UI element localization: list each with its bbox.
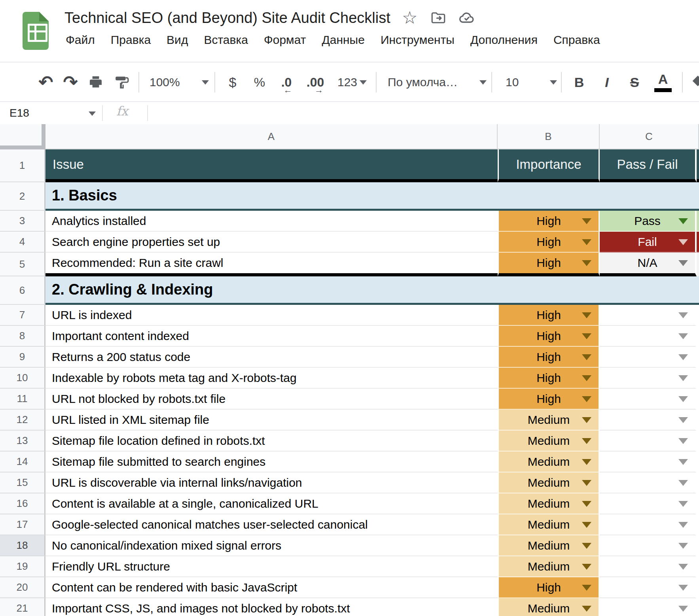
header-cell-issue[interactable]: Issue xyxy=(45,149,498,182)
issue-cell[interactable]: Content is available at a single, canoni… xyxy=(45,493,498,514)
row-header-5[interactable]: 5 xyxy=(0,253,45,276)
dropdown-arrow-icon[interactable] xyxy=(678,585,688,591)
dropdown-arrow-icon[interactable] xyxy=(582,260,591,266)
importance-dropdown[interactable]: Medium xyxy=(498,493,600,514)
row-header-14[interactable]: 14 xyxy=(0,452,45,472)
header-cell-importance[interactable]: Importance xyxy=(498,149,600,182)
row-header-11[interactable]: 11 xyxy=(0,389,45,410)
dropdown-arrow-icon[interactable] xyxy=(678,260,688,266)
status-dropdown[interactable] xyxy=(600,368,697,389)
status-dropdown[interactable]: N/A xyxy=(600,253,697,276)
issue-cell[interactable]: Google-selected canonical matches user-s… xyxy=(45,514,498,535)
dropdown-arrow-icon[interactable] xyxy=(582,333,591,339)
dropdown-arrow-icon[interactable] xyxy=(678,333,688,339)
redo-button[interactable]: ↷ xyxy=(59,71,81,93)
status-dropdown[interactable] xyxy=(600,410,697,431)
dropdown-arrow-icon[interactable] xyxy=(678,606,688,612)
issue-cell[interactable]: Content can be rendered with basic JavaS… xyxy=(45,577,498,598)
dropdown-arrow-icon[interactable] xyxy=(582,480,591,486)
menu-item-1[interactable]: Файл xyxy=(66,33,95,47)
importance-dropdown[interactable]: High xyxy=(498,211,600,232)
status-dropdown[interactable] xyxy=(600,431,697,452)
select-all-corner[interactable] xyxy=(0,124,45,149)
dropdown-arrow-icon[interactable] xyxy=(582,543,591,549)
issue-cell[interactable]: Indexable by robots meta tag and X-robot… xyxy=(45,368,498,389)
document-title[interactable]: Technical SEO (and Beyond) Site Audit Ch… xyxy=(64,9,390,26)
dropdown-arrow-icon[interactable] xyxy=(582,438,591,444)
status-dropdown[interactable] xyxy=(600,514,697,535)
status-dropdown[interactable] xyxy=(600,389,697,410)
importance-dropdown[interactable]: Medium xyxy=(498,431,600,452)
importance-dropdown[interactable]: High xyxy=(498,253,600,276)
issue-cell[interactable]: Returns a 200 status code xyxy=(45,347,498,368)
row-header-6[interactable]: 6 xyxy=(0,276,45,305)
dropdown-arrow-icon[interactable] xyxy=(582,396,591,402)
importance-dropdown[interactable]: High xyxy=(498,389,600,410)
menu-item-2[interactable]: Правка xyxy=(111,33,151,47)
menu-item-7[interactable]: Инструменты xyxy=(381,33,455,47)
menu-item-6[interactable]: Данные xyxy=(322,33,364,47)
status-dropdown[interactable] xyxy=(600,472,697,493)
issue-cell[interactable]: Analytics installed xyxy=(45,211,498,232)
more-formats-button[interactable]: 123 xyxy=(333,71,371,93)
dropdown-arrow-icon[interactable] xyxy=(582,606,591,612)
status-dropdown[interactable] xyxy=(600,598,697,616)
row-header-12[interactable]: 12 xyxy=(0,410,45,431)
issue-cell[interactable]: No canonical/indexation mixed signal err… xyxy=(45,535,498,556)
zoom-select[interactable]: 100% xyxy=(146,71,213,93)
italic-button[interactable]: I xyxy=(596,71,618,93)
print-button[interactable] xyxy=(85,71,107,93)
importance-dropdown[interactable]: Medium xyxy=(498,410,600,431)
status-dropdown[interactable] xyxy=(600,577,697,598)
issue-cell[interactable]: Sitemap file submitted to search engines xyxy=(45,452,498,472)
importance-dropdown[interactable]: Medium xyxy=(498,472,600,493)
importance-dropdown[interactable]: High xyxy=(498,305,600,326)
bold-button[interactable]: B xyxy=(568,71,590,93)
menu-item-8[interactable]: Дополнения xyxy=(470,33,538,47)
dropdown-arrow-icon[interactable] xyxy=(678,522,688,528)
row-header-16[interactable]: 16 xyxy=(0,493,45,514)
importance-dropdown[interactable]: Medium xyxy=(498,535,600,556)
row-header-13[interactable]: 13 xyxy=(0,431,45,452)
dropdown-arrow-icon[interactable] xyxy=(678,354,688,360)
cloud-saved-icon[interactable] xyxy=(458,9,476,27)
dropdown-arrow-icon[interactable] xyxy=(582,501,591,507)
dropdown-arrow-icon[interactable] xyxy=(582,564,591,570)
importance-dropdown[interactable]: High xyxy=(498,577,600,598)
status-dropdown[interactable] xyxy=(600,326,697,347)
status-dropdown[interactable] xyxy=(600,556,697,577)
row-header-17[interactable]: 17 xyxy=(0,514,45,535)
name-box[interactable]: E18 xyxy=(9,102,29,124)
importance-dropdown[interactable]: High xyxy=(498,326,600,347)
importance-dropdown[interactable]: High xyxy=(498,368,600,389)
row-header-9[interactable]: 9 xyxy=(0,347,45,368)
column-header-A[interactable]: A xyxy=(45,124,498,149)
issue-cell[interactable]: Search engine properties set up xyxy=(45,232,498,253)
dropdown-arrow-icon[interactable] xyxy=(678,480,688,486)
importance-dropdown[interactable]: Medium xyxy=(498,514,600,535)
format-currency-button[interactable]: $ xyxy=(222,71,244,93)
menu-item-4[interactable]: Вставка xyxy=(204,33,248,47)
status-dropdown[interactable]: Fail xyxy=(600,232,697,253)
dropdown-arrow-icon[interactable] xyxy=(582,417,591,423)
dropdown-arrow-icon[interactable] xyxy=(582,522,591,528)
issue-cell[interactable]: Important content indexed xyxy=(45,326,498,347)
dropdown-arrow-icon[interactable] xyxy=(678,501,688,507)
dropdown-arrow-icon[interactable] xyxy=(678,438,688,444)
section-title[interactable]: 2. Crawling & Indexing xyxy=(45,276,699,305)
menu-item-3[interactable]: Вид xyxy=(167,33,188,47)
row-header-8[interactable]: 8 xyxy=(0,326,45,347)
issue-cell[interactable]: Important CSS, JS, and images not blocke… xyxy=(45,598,498,616)
star-icon[interactable]: ☆ xyxy=(401,9,419,27)
dropdown-arrow-icon[interactable] xyxy=(678,312,688,318)
decrease-decimal-button[interactable]: .0← xyxy=(275,71,298,93)
issue-cell[interactable]: URL listed in XML sitemap file xyxy=(45,410,498,431)
row-header-1[interactable]: 1 xyxy=(0,149,45,182)
row-header-3[interactable]: 3 xyxy=(0,211,45,232)
dropdown-arrow-icon[interactable] xyxy=(582,459,591,465)
fill-color-button[interactable] xyxy=(690,71,699,93)
row-header-4[interactable]: 4 xyxy=(0,232,45,253)
formula-input[interactable] xyxy=(153,102,699,124)
paint-format-button[interactable] xyxy=(111,71,133,93)
issue-cell[interactable]: URL is discoverable via internal links/n… xyxy=(45,472,498,493)
